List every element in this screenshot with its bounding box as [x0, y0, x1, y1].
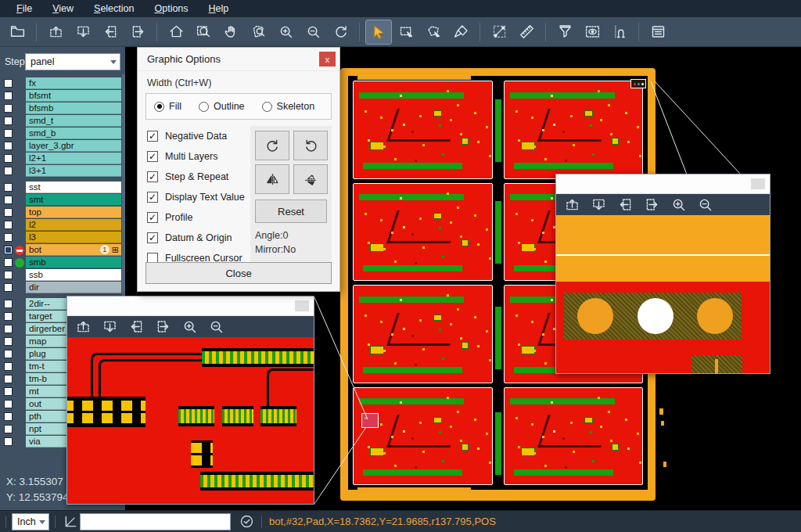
- layer-visibility-checkbox[interactable]: [4, 92, 13, 100]
- layer-visibility-checkbox[interactable]: [4, 154, 13, 163]
- layer-row-l3+1[interactable]: l3+1: [0, 165, 125, 177]
- layer-name[interactable]: bfsmb: [26, 102, 121, 114]
- layer-visibility-checkbox[interactable]: [4, 350, 13, 358]
- layer-visibility-checkbox[interactable]: [4, 412, 13, 421]
- magnifier1-titlebar[interactable]: [67, 297, 314, 316]
- close-button[interactable]: Close: [145, 262, 332, 284]
- window-button[interactable]: [295, 300, 309, 311]
- layer-name[interactable]: l2: [26, 219, 121, 231]
- layer-visibility-checkbox[interactable]: [4, 300, 13, 308]
- layer-row-smd_b[interactable]: smd_b: [0, 128, 125, 139]
- layer-name[interactable]: ssb: [26, 269, 121, 281]
- checkbox-profile[interactable]: ✓Profile: [147, 207, 245, 228]
- filter-button[interactable]: [552, 20, 577, 44]
- menu-view[interactable]: View: [44, 2, 82, 16]
- view-eye-button[interactable]: [580, 20, 605, 44]
- shift-right-button[interactable]: [125, 20, 150, 44]
- layer-name[interactable]: l3+1: [26, 165, 121, 177]
- close-icon[interactable]: x: [319, 52, 336, 66]
- shift-up-button[interactable]: [43, 20, 68, 44]
- layer-visibility-checkbox[interactable]: [4, 79, 13, 88]
- radio-fill[interactable]: Fill: [154, 101, 181, 112]
- shift-left-button[interactable]: [98, 20, 123, 44]
- clear-brush-button[interactable]: [448, 20, 473, 44]
- layer-name[interactable]: fx: [26, 77, 121, 89]
- window-button[interactable]: [751, 178, 765, 189]
- layer-visibility-checkbox[interactable]: [4, 425, 13, 433]
- layer-visibility-checkbox[interactable]: [4, 104, 13, 113]
- layer-name[interactable]: bfsmt: [26, 90, 121, 102]
- layer-visibility-checkbox[interactable]: [4, 221, 13, 229]
- zoom-in-button[interactable]: [180, 318, 199, 336]
- layer-row-ssb[interactable]: ssb: [0, 269, 125, 281]
- layer-visibility-checkbox[interactable]: [4, 142, 13, 150]
- menu-selection[interactable]: Selection: [85, 2, 142, 16]
- magnifier-window-1[interactable]: [66, 296, 314, 505]
- layer-visibility-checkbox[interactable]: [4, 325, 13, 333]
- shift-left-button[interactable]: [127, 318, 145, 336]
- checkbox-negative-data[interactable]: ✓Negative Data: [147, 126, 245, 146]
- shift-down-button[interactable]: [100, 318, 119, 336]
- layer-row-l2+1[interactable]: l2+1: [0, 153, 125, 164]
- layer-visibility-checkbox[interactable]: [4, 258, 13, 267]
- layer-row-smt[interactable]: smt: [0, 194, 125, 206]
- layer-row-smb[interactable]: smb: [0, 257, 125, 268]
- checkbox-multi-layers[interactable]: ✓Multi Layers: [147, 146, 245, 167]
- shift-left-button[interactable]: [616, 196, 634, 214]
- radio-skeleton[interactable]: Skeleton: [262, 101, 315, 112]
- layer-list-button[interactable]: [645, 20, 670, 44]
- corner-arrow-icon[interactable]: [61, 513, 80, 530]
- layer-name[interactable]: smd_b: [26, 128, 121, 139]
- layer-row-smd_t[interactable]: smd_t: [0, 115, 125, 127]
- layer-row-bfsmb[interactable]: bfsmb: [0, 102, 125, 114]
- menu-file[interactable]: File: [8, 2, 41, 16]
- layer-row-l2[interactable]: l2: [0, 219, 125, 231]
- zoom-window-button[interactable]: [191, 20, 216, 44]
- home-button[interactable]: [163, 20, 189, 44]
- layer-visibility-checkbox[interactable]: [4, 183, 13, 192]
- shift-right-button[interactable]: [153, 318, 172, 336]
- zoom-out-button[interactable]: [207, 318, 225, 336]
- rotate-cw-button[interactable]: [255, 131, 289, 160]
- unit-select[interactable]: Inch: [12, 513, 49, 530]
- sync-check-icon[interactable]: [237, 513, 256, 530]
- layer-visibility-checkbox[interactable]: [4, 208, 13, 217]
- layer-row-dir[interactable]: dir: [0, 282, 125, 293]
- layer-name[interactable]: dir: [26, 282, 121, 293]
- layer-row-sst[interactable]: sst: [0, 182, 125, 193]
- layer-row-layer_3.gbr[interactable]: layer_3.gbr: [0, 140, 125, 152]
- layer-row-top[interactable]: top: [0, 207, 125, 218]
- ruler-button[interactable]: [514, 20, 539, 44]
- magnifier2-titlebar[interactable]: [556, 174, 770, 194]
- layer-visibility-checkbox[interactable]: [4, 375, 13, 383]
- layer-name[interactable]: layer_3.gbr: [26, 140, 121, 152]
- measure-button[interactable]: [487, 20, 512, 44]
- pan-hand-button[interactable]: [218, 20, 243, 44]
- layer-row-fx[interactable]: fx: [0, 77, 125, 89]
- shift-down-button[interactable]: [70, 20, 95, 44]
- select-cursor-button[interactable]: [366, 20, 391, 44]
- layer-visibility-checkbox[interactable]: [4, 271, 13, 279]
- magnifier2-view[interactable]: [556, 215, 770, 373]
- layer-visibility-checkbox[interactable]: [4, 312, 13, 321]
- layer-name[interactable]: bot1⊞: [26, 244, 121, 256]
- rect-select-button[interactable]: [393, 20, 418, 44]
- poly-select-button[interactable]: [421, 20, 446, 44]
- layer-name[interactable]: l2+1: [26, 153, 121, 164]
- layer-name[interactable]: top: [26, 207, 121, 218]
- shift-up-button[interactable]: [562, 196, 581, 214]
- layer-name[interactable]: l3: [26, 232, 121, 243]
- layer-visibility-checkbox[interactable]: [4, 283, 13, 292]
- snap-magnet-button[interactable]: [607, 20, 632, 44]
- layer-row-l3[interactable]: l3: [0, 232, 125, 243]
- layer-visibility-checkbox[interactable]: [4, 167, 13, 175]
- menu-options[interactable]: Options: [145, 2, 196, 16]
- open-folder-button[interactable]: [5, 20, 30, 44]
- shift-down-button[interactable]: [589, 196, 608, 214]
- zoom-in-button[interactable]: [273, 20, 298, 44]
- layer-row-bfsmt[interactable]: bfsmt: [0, 90, 125, 102]
- magnifier-window-2[interactable]: [555, 174, 770, 374]
- layer-visibility-checkbox[interactable]: [4, 400, 13, 408]
- layer-name[interactable]: smd_t: [26, 115, 121, 127]
- checkbox-step-repeat[interactable]: ✓Step & Repeat: [147, 167, 245, 187]
